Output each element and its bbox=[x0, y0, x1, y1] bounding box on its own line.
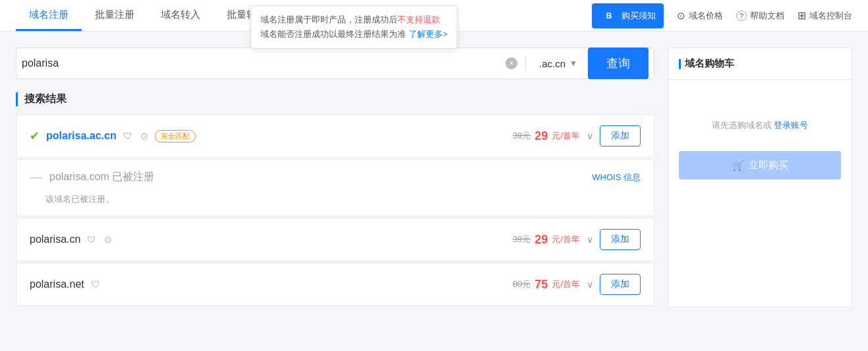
login-link[interactable]: 登录账号 bbox=[774, 120, 808, 130]
nav-tabs: 域名注册 批量注册 域名转入 批量转入 bbox=[16, 0, 279, 31]
tooltip-popup: 域名注册属于即时产品，注册成功后不支持退款 域名能否注册成功以最终注册结果为准 … bbox=[250, 5, 457, 49]
domain-info-1: polarisa.ac.cn 🛡 ⊙ 完全匹配 bbox=[46, 130, 506, 143]
cart-header-bar bbox=[679, 59, 681, 69]
price-original-3: 39元 bbox=[513, 234, 531, 245]
console-icon: ⊞ bbox=[797, 9, 806, 22]
clear-btn[interactable]: × bbox=[506, 57, 517, 69]
cart-title: 域名购物车 bbox=[685, 57, 734, 70]
price-area-4: 80元 75 元/首年 ∨ bbox=[513, 278, 593, 292]
registered-top-row: — polarisa.com 已被注册 WHOIS 信息 bbox=[30, 170, 641, 184]
domain-price-btn[interactable]: ⊙ 域名价格 bbox=[677, 10, 723, 22]
price-area-3: 39元 29 元/首年 ∨ bbox=[513, 233, 593, 247]
left-panel: × .ac.cn ▼ 查询 搜索结果 ✔ polarisa.ac.cn 🛡 ⊙ … bbox=[16, 48, 654, 307]
tab-domain-register[interactable]: 域名注册 bbox=[16, 0, 82, 31]
result-card-net: polarisa.net 🛡 80元 75 元/首年 ∨ 添加 bbox=[16, 263, 654, 306]
tooltip-line2: 域名能否注册成功以最终注册结果为准 了解更多> bbox=[260, 27, 448, 42]
price-unit-3: 元/首年 bbox=[552, 234, 580, 245]
cart-header: 域名购物车 bbox=[668, 48, 852, 80]
price-icon: ⊙ bbox=[677, 10, 685, 22]
shield-icon-1b: ⊙ bbox=[140, 131, 148, 141]
add-btn-4[interactable]: 添加 bbox=[600, 274, 641, 295]
shield-icon-3a: 🛡 bbox=[87, 234, 96, 245]
tooltip-line1: 域名注册属于即时产品，注册成功后不支持退款 bbox=[260, 13, 448, 27]
query-btn[interactable]: 查询 bbox=[588, 48, 649, 79]
price-unit-4: 元/首年 bbox=[552, 278, 580, 290]
domain-name-1: polarisa.ac.cn bbox=[46, 130, 117, 142]
result-card-registered: — polarisa.com 已被注册 WHOIS 信息 该域名已被注册。 bbox=[16, 159, 654, 216]
registered-note: 该域名已被注册。 bbox=[30, 193, 114, 205]
top-nav: 域名注册 批量注册 域名转入 批量转入 域名注册属于即时产品，注册成功后不支持退… bbox=[0, 0, 868, 32]
tab-domain-transfer-in[interactable]: 域名转入 bbox=[148, 0, 214, 31]
price-area-1: 39元 29 元/首年 ∨ bbox=[513, 129, 593, 143]
shield-icon-4a: 🛡 bbox=[91, 279, 100, 290]
domain-info-3: polarisa.cn 🛡 ⊙ bbox=[30, 234, 506, 245]
result-card-cn: polarisa.cn 🛡 ⊙ 39元 29 元/首年 ∨ 添加 bbox=[16, 218, 654, 261]
shield-icon-1a: 🛡 bbox=[123, 131, 132, 141]
tab-batch-register[interactable]: 批量注册 bbox=[82, 0, 148, 31]
whois-link[interactable]: WHOIS 信息 bbox=[592, 172, 641, 183]
right-nav: B 购买须知 ⊙ 域名价格 ? 帮助文档 ⊞ 域名控制台 bbox=[592, 3, 852, 28]
search-divider bbox=[525, 55, 526, 71]
price-original-1: 39元 bbox=[513, 130, 531, 142]
whois-area: WHOIS 信息 bbox=[592, 172, 641, 183]
main-content: × .ac.cn ▼ 查询 搜索结果 ✔ polarisa.ac.cn 🛡 ⊙ … bbox=[0, 32, 868, 307]
buy-now-label: 立即购买 bbox=[749, 159, 788, 172]
help-icon: ? bbox=[736, 11, 747, 21]
search-bar: × .ac.cn ▼ 查询 bbox=[16, 48, 654, 79]
result-card-available: ✔ polarisa.ac.cn 🛡 ⊙ 完全匹配 39元 29 元/首年 ∨ … bbox=[16, 114, 654, 158]
price-expand-4[interactable]: ∨ bbox=[587, 279, 593, 290]
cart-empty-area: 请先选购域名或 登录账号 bbox=[668, 80, 852, 151]
chevron-down-icon: ▼ bbox=[569, 59, 577, 68]
cart-panel: 域名购物车 请先选购域名或 登录账号 🛒 立即购买 bbox=[668, 48, 852, 307]
price-current-1: 29 bbox=[535, 129, 548, 143]
clear-icon: × bbox=[509, 59, 514, 68]
search-input[interactable] bbox=[22, 57, 500, 69]
price-expand-1[interactable]: ∨ bbox=[587, 131, 593, 141]
price-original-4: 80元 bbox=[513, 278, 531, 290]
domain-name-3: polarisa.cn bbox=[30, 234, 80, 245]
registered-dash-icon: — bbox=[30, 170, 43, 184]
buy-notice-btn[interactable]: B 购买须知 bbox=[592, 3, 664, 28]
buy-notice-icon: B bbox=[600, 7, 618, 25]
perfect-match-badge: 完全匹配 bbox=[155, 130, 196, 143]
help-docs-btn[interactable]: ? 帮助文档 bbox=[736, 10, 784, 22]
add-btn-1[interactable]: 添加 bbox=[600, 125, 641, 146]
price-unit-1: 元/首年 bbox=[552, 130, 580, 142]
price-current-3: 29 bbox=[535, 233, 548, 247]
add-btn-3[interactable]: 添加 bbox=[600, 229, 641, 250]
tld-selector[interactable]: .ac.cn ▼ bbox=[534, 58, 583, 69]
cart-icon: 🛒 bbox=[732, 160, 745, 172]
buy-now-btn[interactable]: 🛒 立即购买 bbox=[679, 151, 841, 179]
domain-info-4: polarisa.net 🛡 bbox=[30, 278, 506, 290]
price-current-4: 75 bbox=[535, 278, 548, 292]
domain-console-btn[interactable]: ⊞ 域名控制台 bbox=[797, 9, 852, 22]
price-expand-3[interactable]: ∨ bbox=[587, 234, 593, 245]
domain-name-2: polarisa.com 已被注册 bbox=[49, 170, 154, 184]
available-check-icon: ✔ bbox=[30, 129, 40, 143]
section-title: 搜索结果 bbox=[16, 92, 654, 106]
tld-value: .ac.cn bbox=[539, 58, 565, 69]
domain-name-4: polarisa.net bbox=[30, 278, 84, 290]
shield-icon-3b: ⊙ bbox=[104, 234, 112, 245]
